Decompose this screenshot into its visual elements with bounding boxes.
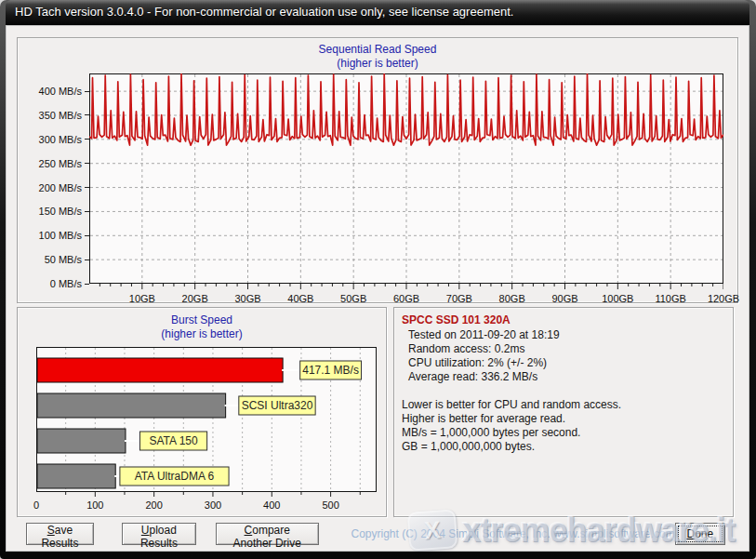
sequential-x-axis: 10GB20GB30GB40GB50GB60GB70GB80GB90GB100G… bbox=[89, 291, 723, 307]
x-tick-label: 70GB bbox=[446, 293, 472, 304]
svg-text:SATA 150: SATA 150 bbox=[149, 434, 198, 447]
test-result-line: Tested on 2011-09-20 at 18:19 bbox=[402, 328, 725, 342]
x-tick-label: 30GB bbox=[234, 293, 260, 304]
y-tick-text: 350 MB/s bbox=[39, 110, 82, 121]
x-tick-label: 110GB bbox=[655, 293, 685, 304]
burst-x-tick-label: 100 bbox=[86, 499, 103, 511]
explanation-note-line: Lower is better for CPU and random acces… bbox=[402, 398, 725, 412]
upload-results-button[interactable]: Upload Results bbox=[122, 523, 196, 545]
y-tick-label: 100 MB/s bbox=[39, 230, 89, 242]
y-tick-label: 200 MB/s bbox=[39, 181, 89, 193]
burst-chart-subtitle: (higher is better) bbox=[18, 327, 386, 341]
sequential-chart-title: Sequential Read Speed (higher is better) bbox=[18, 43, 737, 71]
sequential-plot bbox=[89, 73, 723, 291]
explanation-note-line: Higher is better for average read. bbox=[402, 412, 725, 426]
test-result-line: Average read: 336.2 MB/s bbox=[402, 370, 725, 384]
y-tick-text: 50 MB/s bbox=[45, 254, 82, 265]
window-title: HD Tach version 3.0.4.0 - For non-commer… bbox=[15, 5, 513, 19]
copyright-text: Copyright (C) 2004 Simpli Software, Inc.… bbox=[351, 527, 675, 540]
x-tick-label: 80GB bbox=[499, 293, 525, 304]
client-area: Sequential Read Speed (higher is better)… bbox=[6, 25, 749, 552]
burst-x-tick-label: 500 bbox=[322, 499, 338, 511]
svg-text:417.1 MB/s: 417.1 MB/s bbox=[302, 364, 359, 377]
y-tick-label: 150 MB/s bbox=[39, 206, 89, 218]
burst-bars-svg: 417.1 MB/sSCSI Ultra320SATA 150ATA Ultra… bbox=[36, 347, 377, 498]
x-tick-label: 60GB bbox=[393, 293, 419, 304]
sequential-y-axis: 400 MB/s350 MB/s300 MB/s250 MB/s200 MB/s… bbox=[18, 73, 89, 284]
x-tick-label: 120GB bbox=[708, 293, 739, 304]
y-tick-text: 0 MB/s bbox=[50, 278, 82, 289]
results-info-panel: SPCC SSD 101 320A Tested on 2011-09-20 a… bbox=[393, 307, 734, 517]
y-tick-text: 200 MB/s bbox=[39, 182, 82, 193]
test-result-line: Random access: 0.2ms bbox=[402, 342, 725, 356]
x-tick-label: 10GB bbox=[129, 293, 155, 304]
burst-chart-title-line: Burst Speed bbox=[18, 313, 386, 327]
done-button[interactable]: Done bbox=[675, 523, 725, 545]
footer-bar: Save Results Upload Results Compare Anot… bbox=[17, 522, 738, 546]
sequential-trace-svg bbox=[89, 73, 723, 291]
test-result-line: CPU utilization: 2% (+/- 2%) bbox=[402, 356, 725, 370]
y-tick-label: 50 MB/s bbox=[45, 254, 89, 266]
y-tick-text: 250 MB/s bbox=[39, 158, 82, 169]
bottom-row: Burst Speed (higher is better) 417.1 MB/… bbox=[17, 307, 738, 517]
test-result-lines: Tested on 2011-09-20 at 18:19Random acce… bbox=[402, 328, 725, 384]
save-results-button[interactable]: Save Results bbox=[26, 523, 94, 545]
svg-text:SCSI Ultra320: SCSI Ultra320 bbox=[242, 399, 313, 412]
y-tick-text: 100 MB/s bbox=[39, 230, 82, 241]
burst-x-tick-label: 0 bbox=[33, 499, 39, 511]
sequential-chart-title-line: Sequential Read Speed bbox=[18, 43, 737, 57]
sequential-read-panel: Sequential Read Speed (higher is better)… bbox=[17, 37, 738, 303]
sequential-chart-body: 400 MB/s350 MB/s300 MB/s250 MB/s200 MB/s… bbox=[18, 73, 737, 291]
title-bar[interactable]: HD Tach version 3.0.4.0 - For non-commer… bbox=[6, 0, 749, 25]
burst-x-axis: 0100200300400500 bbox=[36, 498, 377, 512]
x-tick-label: 100GB bbox=[602, 293, 633, 304]
y-tick-label: 400 MB/s bbox=[39, 86, 89, 98]
burst-x-tick-label: 200 bbox=[145, 499, 162, 511]
burst-chart-title: Burst Speed (higher is better) bbox=[18, 313, 386, 341]
explanation-note-line: MB/s = 1,000,000 bytes per second. bbox=[402, 426, 725, 440]
burst-x-tick-label: 300 bbox=[205, 499, 221, 511]
sequential-chart-subtitle: (higher is better) bbox=[18, 57, 737, 71]
burst-chart-body: 417.1 MB/sSCSI Ultra320SATA 150ATA Ultra… bbox=[18, 347, 386, 498]
y-tick-label: 300 MB/s bbox=[39, 133, 89, 145]
drive-name: SPCC SSD 101 320A bbox=[402, 313, 725, 327]
x-tick-label: 90GB bbox=[551, 293, 577, 304]
compare-another-drive-button[interactable]: Compare Another Drive bbox=[216, 523, 319, 545]
explanation-notes: Lower is better for CPU and random acces… bbox=[402, 398, 725, 454]
y-tick-label: 350 MB/s bbox=[39, 109, 89, 121]
y-tick-label: 250 MB/s bbox=[39, 157, 89, 169]
x-tick-label: 50GB bbox=[340, 293, 366, 304]
svg-text:ATA UltraDMA 6: ATA UltraDMA 6 bbox=[135, 470, 215, 483]
burst-x-tick-label: 400 bbox=[263, 499, 280, 511]
x-tick-label: 20GB bbox=[182, 293, 208, 304]
explanation-note-line: GB = 1,000,000,000 bytes. bbox=[402, 440, 725, 454]
y-tick-text: 300 MB/s bbox=[39, 134, 82, 145]
y-tick-text: 150 MB/s bbox=[39, 206, 82, 217]
x-tick-label: 40GB bbox=[287, 293, 313, 304]
y-tick-text: 400 MB/s bbox=[39, 86, 82, 97]
burst-speed-panel: Burst Speed (higher is better) 417.1 MB/… bbox=[17, 307, 387, 517]
y-tick-label: 0 MB/s bbox=[50, 278, 89, 290]
app-window: HD Tach version 3.0.4.0 - For non-commer… bbox=[0, 0, 756, 559]
